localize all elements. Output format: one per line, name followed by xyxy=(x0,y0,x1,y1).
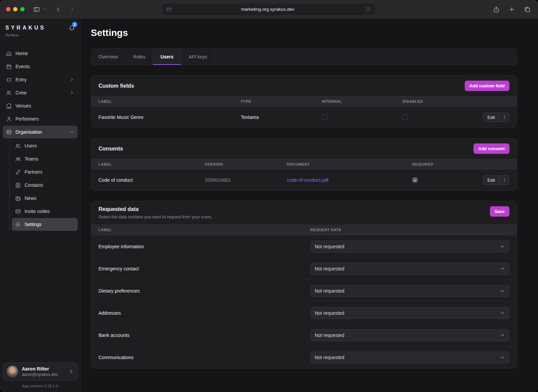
consents-card: Consents Add consent LABEL VERSION DOCUM… xyxy=(91,138,517,191)
app-version: App Version: 0.18.1-0 xyxy=(3,381,78,389)
tab-roles[interactable]: Roles xyxy=(126,49,153,65)
sidebar-item-label: Entry xyxy=(15,77,27,82)
chevron-down-icon xyxy=(500,266,505,271)
kebab-icon xyxy=(502,115,507,120)
internal-checkbox[interactable] xyxy=(322,115,327,120)
sidebar-item-news[interactable]: News xyxy=(12,192,78,205)
calendar-icon xyxy=(6,64,12,70)
column-header-type: TYPE xyxy=(241,99,322,103)
user-menu[interactable]: Aaron Ritter aaron@syrakus.dev xyxy=(3,362,78,381)
sidebar-toggle-button[interactable] xyxy=(32,5,41,14)
address-bar[interactable]: marketing.org.syrakus.dev xyxy=(163,4,375,15)
chevron-down-icon xyxy=(43,7,47,11)
minimize-window-button[interactable] xyxy=(13,7,17,11)
org-name: Syrakus xyxy=(5,31,46,37)
sidebar-item-home[interactable]: Home xyxy=(3,47,78,60)
consents-table-header: LABEL VERSION DOCUMENT REQUIRED xyxy=(91,159,517,170)
chevron-right-icon xyxy=(70,90,74,95)
tab-overview-button[interactable] xyxy=(523,5,532,14)
request-row-label: Bank accounts xyxy=(99,333,310,338)
column-header-disabled: DISABLED xyxy=(402,99,469,103)
communications-select[interactable]: Not requested xyxy=(310,351,509,363)
sidebar-item-invite-codes[interactable]: Invite codes xyxy=(12,205,78,218)
tab-users[interactable]: Users xyxy=(153,49,181,65)
sidebar-item-entry[interactable]: Entry xyxy=(3,73,78,86)
share-button[interactable] xyxy=(492,5,501,14)
close-window-button[interactable] xyxy=(6,7,10,11)
chevron-down-icon xyxy=(500,355,505,360)
main-content: Settings Overview Roles Users API keys C… xyxy=(81,19,538,392)
column-header-label: LABEL xyxy=(99,99,241,103)
custom-fields-title: Custom fields xyxy=(99,83,134,89)
notifications-button[interactable]: 1 xyxy=(69,25,75,33)
table-row: Code of conduct 2026010601 code-of-condu… xyxy=(91,170,517,190)
consent-document-link[interactable]: code-of-conduct.pdf xyxy=(287,177,329,183)
sidebar-item-partners[interactable]: Partners xyxy=(12,166,78,178)
sidebar-menu-button[interactable] xyxy=(41,6,48,13)
sidebar-item-label: Teams xyxy=(25,156,38,162)
request-row-label: Addresses xyxy=(99,310,310,316)
add-custom-field-button[interactable]: Add custom field xyxy=(465,81,509,91)
sidebar-item-organisation[interactable]: Organisation xyxy=(3,126,78,138)
sidebar-item-performers[interactable]: Performers xyxy=(3,113,78,125)
edit-button[interactable]: Edit xyxy=(483,113,500,122)
share-icon xyxy=(493,6,500,13)
row-menu-button[interactable] xyxy=(500,113,509,122)
select-value: Not requested xyxy=(315,288,500,294)
tab-overview[interactable]: Overview xyxy=(91,49,126,65)
table-row: Bank accounts Not requested xyxy=(91,324,517,346)
chevron-left-icon xyxy=(55,6,62,13)
zoom-window-button[interactable] xyxy=(20,7,25,11)
emergency-contact-select[interactable]: Not requested xyxy=(310,263,509,275)
organisation-subnav: Users Teams Partners Contacts xyxy=(9,139,78,231)
select-value: Not requested xyxy=(315,266,500,271)
id-card-icon xyxy=(6,129,12,135)
table-row: Employee information Not requested xyxy=(91,235,517,257)
chevron-down-icon xyxy=(500,288,505,294)
back-button[interactable] xyxy=(53,5,63,14)
custom-fields-card: Custom fields Add custom field LABEL TYP… xyxy=(91,75,517,128)
required-checkbox[interactable] xyxy=(412,177,418,183)
sidebar-item-crew[interactable]: Crew xyxy=(3,86,78,99)
addresses-select[interactable]: Not requested xyxy=(310,307,509,319)
sidebar-item-contacts[interactable]: Contacts xyxy=(12,179,78,191)
tab-api-keys[interactable]: API keys xyxy=(181,49,215,65)
row-menu-button[interactable] xyxy=(500,176,509,185)
settings-tabs: Overview Roles Users API keys xyxy=(91,48,517,65)
mail-icon xyxy=(15,209,21,214)
sidebar-item-label: Settings xyxy=(25,222,42,227)
people-icon xyxy=(6,90,12,96)
sidebar-item-venues[interactable]: Venues xyxy=(3,99,78,112)
custom-field-label: Favorite Music Genre xyxy=(99,115,241,120)
reload-button[interactable] xyxy=(364,5,372,13)
chevron-down-icon xyxy=(500,333,505,338)
sidebar-item-events[interactable]: Events xyxy=(3,60,78,73)
employee-information-select[interactable]: Not requested xyxy=(310,241,509,253)
dietary-preferences-select[interactable]: Not requested xyxy=(310,285,509,297)
reload-icon xyxy=(365,7,371,12)
new-tab-button[interactable] xyxy=(507,5,516,14)
sidebar-panel-icon xyxy=(33,6,40,13)
edit-button[interactable]: Edit xyxy=(483,176,500,185)
chevron-up-down-icon xyxy=(69,369,74,374)
sidebar-item-users[interactable]: Users xyxy=(12,139,78,152)
app-logo: SYRAKUS xyxy=(5,25,46,31)
column-header-label: LABEL xyxy=(99,228,310,232)
save-button[interactable]: Save xyxy=(490,206,509,217)
forward-button[interactable] xyxy=(68,5,77,14)
sidebar-item-teams[interactable]: Teams xyxy=(12,153,78,165)
bank-accounts-select[interactable]: Not requested xyxy=(310,329,509,341)
sidebar-item-label: Home xyxy=(15,51,28,56)
sidebar-item-settings[interactable]: Settings xyxy=(12,218,78,231)
select-value: Not requested xyxy=(315,333,500,338)
tab-label: Overview xyxy=(99,54,118,59)
user-name: Aaron Ritter xyxy=(22,366,65,372)
request-row-label: Dietary preferences xyxy=(99,288,310,294)
person-icon xyxy=(6,116,12,122)
disabled-checkbox[interactable] xyxy=(402,115,408,120)
sidebar-item-label: Crew xyxy=(15,90,27,95)
chevron-right-icon xyxy=(70,77,74,82)
add-consent-button[interactable]: Add consent xyxy=(473,143,509,154)
requested-data-table-header: LABEL REQUEST DATA xyxy=(91,224,517,235)
sidebar-item-label: Contacts xyxy=(25,182,43,188)
